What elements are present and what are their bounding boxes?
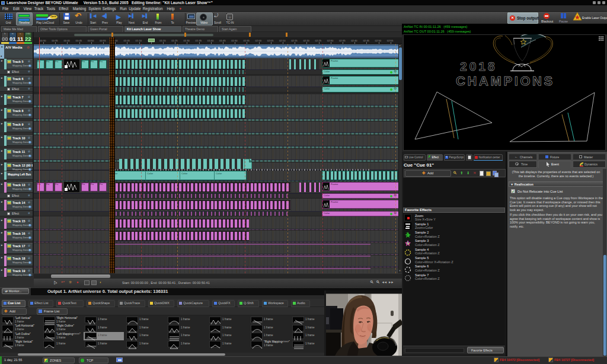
- svg-text:2018: 2018: [460, 59, 497, 73]
- svg-text:CHAMPIONS: CHAMPIONS: [456, 74, 555, 88]
